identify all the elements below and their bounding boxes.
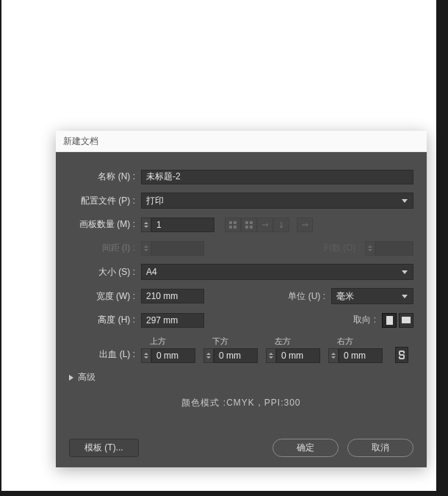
dialog-body: 名称 (N) : 配置文件 (P) : 打印 画板数量 (M) : — [56, 152, 427, 467]
orient-label: 取向 : — [353, 314, 376, 326]
advanced-toggle[interactable]: 高级 — [69, 371, 413, 384]
bleed-top-input[interactable] — [151, 348, 195, 363]
artboards-input[interactable] — [151, 218, 214, 232]
dialog-footer: 模板 (T)... 确定 取消 — [69, 439, 413, 457]
dialog-title: 新建文档 — [56, 131, 427, 152]
svg-rect-0 — [229, 221, 232, 224]
bleed-group: 上方 下方 左方 右方 — [141, 336, 408, 363]
size-value: A4 — [146, 267, 157, 277]
bleed-right-label: 右方 — [328, 336, 391, 347]
bleed-top-spinner[interactable] — [141, 348, 203, 363]
units-value: 毫米 — [336, 290, 354, 303]
artboards-label: 画板数量 (M) : — [69, 218, 141, 231]
profile-label: 配置文件 (P) : — [69, 195, 141, 207]
bleed-top-label: 上方 — [141, 336, 203, 347]
height-input[interactable] — [141, 313, 204, 328]
bleed-label: 出血 (L) : — [69, 348, 141, 363]
arrange-grid-col-icon[interactable] — [241, 218, 257, 232]
bleed-right-spinner[interactable] — [328, 348, 391, 363]
link-icon — [398, 350, 405, 360]
bleed-left-label: 左方 — [266, 336, 328, 347]
stepper-icon[interactable] — [141, 348, 151, 363]
stepper-icon — [141, 241, 151, 256]
arrange-ltr-icon[interactable] — [297, 218, 313, 232]
width-input[interactable] — [141, 289, 204, 303]
bleed-left-spinner[interactable] — [266, 348, 328, 363]
bleed-bottom-label: 下方 — [203, 336, 266, 347]
spacing-spinner — [141, 241, 204, 256]
svg-rect-5 — [250, 221, 253, 224]
orient-portrait-button[interactable] — [382, 313, 397, 328]
landscape-icon — [402, 317, 411, 323]
svg-rect-6 — [245, 226, 248, 229]
svg-rect-7 — [250, 226, 253, 229]
cols-spinner — [365, 241, 413, 256]
cols-label: 列数 (O) : — [323, 242, 361, 254]
svg-rect-2 — [229, 226, 232, 229]
svg-rect-4 — [245, 221, 248, 224]
artboards-spinner[interactable] — [141, 218, 214, 232]
template-button[interactable]: 模板 (T)... — [69, 439, 139, 457]
spacing-input — [151, 241, 204, 256]
units-select[interactable]: 毫米 — [331, 288, 413, 304]
new-document-dialog: 新建文档 名称 (N) : 配置文件 (P) : 打印 画板数量 (M) : — [56, 131, 427, 467]
units-label: 单位 (U) : — [288, 290, 325, 303]
orient-landscape-button[interactable] — [399, 313, 413, 328]
height-label: 高度 (H) : — [69, 314, 141, 326]
profile-select[interactable]: 打印 — [141, 193, 413, 209]
size-select[interactable]: A4 — [141, 264, 413, 280]
spacing-label: 间距 (I) : — [69, 242, 141, 254]
bleed-bottom-spinner[interactable] — [203, 348, 266, 363]
name-label: 名称 (N) : — [69, 170, 141, 183]
arrange-row-icon[interactable] — [257, 218, 273, 232]
color-mode-info: 颜色模式 :CMYK，PPI:300 — [69, 397, 413, 409]
stepper-icon[interactable] — [328, 348, 339, 363]
stepper-icon[interactable] — [203, 348, 214, 363]
stepper-icon[interactable] — [141, 218, 151, 232]
stepper-icon — [365, 241, 375, 256]
profile-value: 打印 — [146, 195, 164, 207]
size-label: 大小 (S) : — [69, 266, 141, 278]
stepper-icon[interactable] — [266, 348, 276, 363]
bleed-bottom-input[interactable] — [214, 348, 258, 363]
portrait-icon — [386, 316, 393, 325]
arrange-grid-row-icon[interactable] — [225, 218, 241, 232]
arrange-col-icon[interactable] — [273, 218, 289, 232]
svg-rect-3 — [234, 226, 236, 229]
link-bleed-button[interactable] — [395, 347, 408, 363]
cancel-button[interactable]: 取消 — [347, 439, 413, 457]
arrange-buttons — [225, 218, 289, 232]
name-input[interactable] — [141, 170, 413, 184]
bleed-left-input[interactable] — [276, 348, 320, 363]
bleed-right-input[interactable] — [339, 348, 383, 363]
svg-rect-1 — [234, 221, 236, 224]
width-label: 宽度 (W) : — [69, 290, 141, 303]
cols-input — [375, 241, 413, 256]
advanced-label: 高级 — [78, 371, 95, 384]
ok-button[interactable]: 确定 — [272, 439, 339, 457]
disclosure-triangle-icon — [69, 375, 73, 381]
